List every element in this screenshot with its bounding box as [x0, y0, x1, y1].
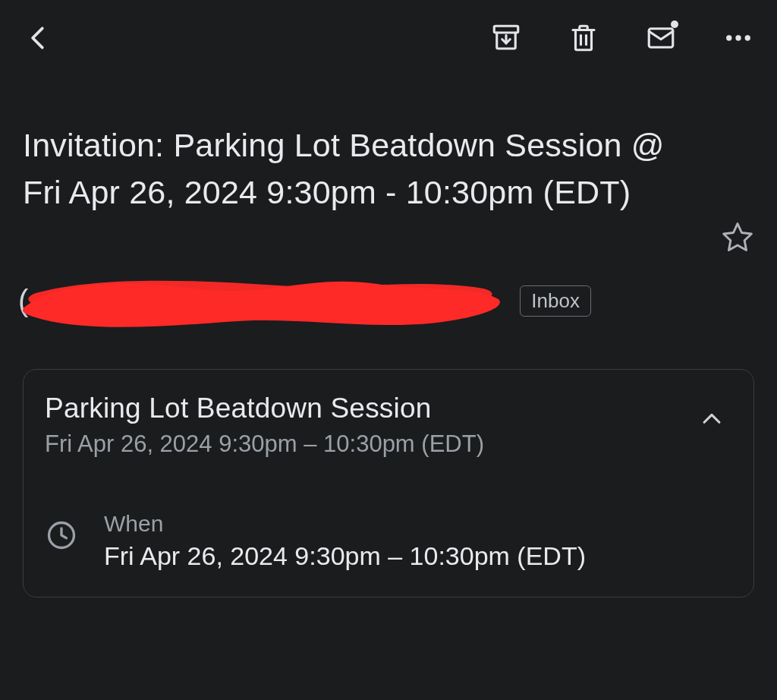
svg-rect-0 — [494, 26, 518, 33]
top-toolbar — [0, 0, 777, 76]
star-icon[interactable] — [721, 220, 754, 257]
event-time-summary: Fri Apr 26, 2024 9:30pm – 10:30pm (EDT) — [45, 430, 699, 458]
back-icon[interactable] — [23, 22, 55, 54]
redacted-sender — [20, 270, 506, 331]
more-icon[interactable] — [722, 22, 754, 54]
inbox-label[interactable]: Inbox — [520, 285, 591, 317]
event-title: Parking Lot Beatdown Session — [45, 393, 699, 424]
when-label: When — [104, 511, 732, 537]
svg-marker-8 — [724, 224, 752, 251]
svg-point-6 — [735, 35, 741, 40]
clock-icon — [45, 519, 78, 555]
archive-icon[interactable] — [490, 22, 522, 54]
delete-icon[interactable] — [568, 22, 599, 54]
mark-unread-icon[interactable] — [645, 22, 677, 54]
event-card: Parking Lot Beatdown Session Fri Apr 26,… — [23, 369, 754, 598]
svg-point-7 — [745, 35, 750, 40]
when-value: Fri Apr 26, 2024 9:30pm – 10:30pm (EDT) — [104, 541, 732, 571]
collapse-icon[interactable] — [699, 406, 725, 435]
email-subject: Invitation: Parking Lot Beatdown Session… — [23, 121, 707, 216]
svg-point-5 — [726, 35, 731, 40]
